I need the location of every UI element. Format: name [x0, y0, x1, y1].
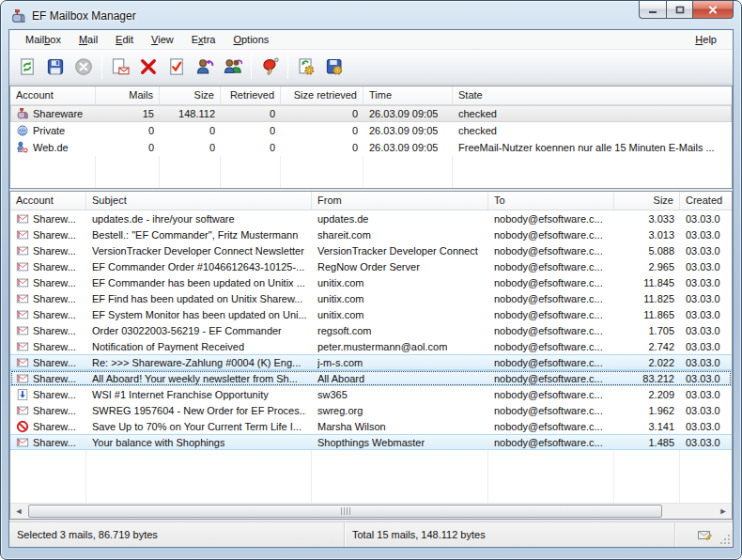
- scroll-thumb[interactable]: [28, 505, 662, 518]
- menu-item-mail[interactable]: Mail: [72, 32, 104, 47]
- cell-account-text: Sharew...: [33, 261, 76, 272]
- cell-subject-text: EF Find has been updated on Unitix Share…: [92, 293, 302, 304]
- cell-created: 03.03.0: [680, 261, 733, 272]
- cell-from: unitix.com: [312, 277, 488, 288]
- accounts-empty-area[interactable]: [10, 156, 732, 188]
- mail-preview-button[interactable]: [106, 53, 134, 81]
- mail-row[interactable]: Sharew...VersionTracker Developer Connec…: [10, 242, 732, 258]
- mail-icon: [16, 244, 29, 257]
- import-button[interactable]: [292, 53, 320, 81]
- mails-empty-area[interactable]: [10, 450, 732, 503]
- cell-time-text: 26.03.09 09:05: [369, 125, 438, 136]
- column-gridline: [452, 156, 453, 188]
- column-header-to[interactable]: To: [488, 192, 614, 210]
- cell-created: 03.03.0: [680, 357, 733, 368]
- cell-created: 03.03.0: [680, 325, 733, 336]
- cell-size: 1.962: [614, 405, 680, 416]
- cell-created-text: 03.03.0: [686, 405, 720, 416]
- cell-created-text: 03.03.0: [686, 357, 720, 368]
- menu-item-edit[interactable]: Edit: [109, 32, 140, 47]
- column-header-size[interactable]: Size: [160, 86, 221, 104]
- column-header-from[interactable]: From: [312, 192, 488, 210]
- title-bar[interactable]: EF Mailbox Manager: [1, 1, 741, 29]
- cell-from-text: Shopthings Webmaster: [317, 437, 425, 448]
- column-gridline: [613, 450, 614, 503]
- column-header-account[interactable]: Account: [10, 192, 86, 210]
- account-row[interactable]: Private000026.03.09 09:05checked: [10, 122, 732, 139]
- cell-from: RegNow Order Server: [312, 261, 488, 272]
- cell-subject: updates.de - ihre/your software: [86, 213, 312, 225]
- cell-created-text: 03.03.0: [686, 277, 720, 288]
- column-header-created[interactable]: Created: [680, 192, 733, 210]
- cell-retrieved-text: 0: [270, 142, 275, 153]
- menu-item-view[interactable]: View: [145, 32, 180, 47]
- account-row[interactable]: Shareware15148.1120026.03.09 09:05checke…: [10, 105, 732, 122]
- cell-subject-text: SWREG 1957604 - New Order for EF Proces.…: [92, 405, 306, 416]
- mail-row[interactable]: Sharew...Order 03022003-56219 - EF Comma…: [10, 322, 732, 338]
- cell-created: 03.03.0: [680, 309, 733, 320]
- check-mail-button[interactable]: [162, 53, 191, 81]
- menu-item-help[interactable]: Help: [688, 32, 723, 47]
- cell-size: 11.845: [614, 277, 680, 288]
- reply-user-button[interactable]: [191, 53, 219, 81]
- cell-size-text: 0: [209, 125, 215, 136]
- mail-icon: [16, 340, 29, 353]
- delete-button[interactable]: [134, 53, 162, 81]
- menu-item-options[interactable]: Options: [226, 32, 275, 47]
- cell-size_retrieved: 0: [281, 125, 363, 136]
- account-row[interactable]: Web.de000026.03.09 09:05FreeMail-Nutzer …: [10, 139, 732, 156]
- column-header-size[interactable]: Size: [614, 192, 680, 210]
- mail-row[interactable]: Sharew...EF Find has been updated on Uni…: [10, 290, 732, 306]
- mail-row[interactable]: Sharew...Bestell.: "EF Commander", Fritz…: [10, 226, 732, 242]
- column-gridline: [280, 156, 281, 188]
- refresh-button[interactable]: [13, 53, 41, 81]
- mail-row[interactable]: Sharew...Notification of Payment Receive…: [10, 338, 732, 354]
- column-header-mails[interactable]: Mails: [96, 86, 160, 104]
- cell-time: 26.03.09 09:05: [363, 108, 453, 119]
- forward-users-button[interactable]: [219, 53, 247, 81]
- column-header-size-retrieved[interactable]: Size retrieved: [281, 86, 363, 104]
- cell-to: nobody@efsoftware.c...: [488, 325, 614, 336]
- mail-row[interactable]: Sharew...Save Up to 70% on Your Current …: [10, 418, 732, 434]
- cell-account: Sharew...: [10, 372, 86, 385]
- export-button[interactable]: [320, 53, 348, 81]
- mail-row[interactable]: Sharew...Your balance with ShophingsShop…: [10, 434, 732, 450]
- column-gridline: [311, 450, 312, 503]
- mail-row[interactable]: Sharew...EF Commander has been updated o…: [10, 274, 732, 290]
- cell-account-text: Sharew...: [33, 245, 76, 257]
- scroll-left-button[interactable]: ◄: [11, 505, 26, 518]
- close-button[interactable]: [692, 1, 734, 19]
- column-header-account[interactable]: Account: [10, 86, 96, 104]
- mail-row[interactable]: Sharew...WSI #1 Internet Franchise Oppor…: [10, 386, 732, 402]
- cell-from: Shopthings Webmaster: [312, 437, 488, 448]
- column-header-subject[interactable]: Subject: [86, 192, 312, 210]
- menu-item-mailbox[interactable]: Mailbox: [19, 32, 68, 47]
- client-area: MailboxMailEditViewExtraOptionsHelp Acco…: [8, 29, 734, 548]
- mail-row[interactable]: Sharew...Re: >>> Shareware-Zahlung #0004…: [10, 354, 732, 370]
- mail-row[interactable]: Sharew...EF System Monitor has been upda…: [10, 306, 732, 322]
- column-header-state[interactable]: State: [453, 86, 733, 104]
- cell-retrieved-text: 0: [270, 125, 275, 136]
- mail-row[interactable]: Sharew...EF Commander Order #1046612643-…: [10, 258, 732, 274]
- mail-row[interactable]: Sharew...SWREG 1957604 - New Order for E…: [10, 402, 732, 418]
- mail-row[interactable]: Sharew...updates.de - ihre/your software…: [10, 210, 732, 226]
- cell-account-text: Sharew...: [33, 405, 76, 416]
- save-button[interactable]: [41, 53, 70, 81]
- cell-from-text: swreg.org: [317, 405, 363, 416]
- column-header-retrieved[interactable]: Retrieved: [221, 86, 281, 104]
- scroll-right-button[interactable]: ►: [716, 505, 731, 518]
- cell-size: 2.022: [614, 357, 680, 368]
- cell-from: regsoft.com: [312, 325, 488, 336]
- resize-grip[interactable]: [719, 534, 731, 545]
- mail-row[interactable]: Sharew...All Aboard! Your weekly newslet…: [10, 370, 732, 386]
- ping-button[interactable]: [255, 53, 284, 81]
- menu-item-extra[interactable]: Extra: [185, 32, 223, 47]
- minimize-button[interactable]: [639, 1, 666, 19]
- cell-from-text: regsoft.com: [317, 325, 371, 336]
- horizontal-scrollbar[interactable]: ◄ ►: [10, 503, 732, 519]
- cell-account: Sharew...: [10, 340, 86, 353]
- column-header-time[interactable]: Time: [363, 86, 453, 104]
- maximize-button[interactable]: [666, 1, 692, 19]
- cell-from-text: RegNow Order Server: [317, 261, 420, 272]
- column-gridline: [159, 156, 160, 188]
